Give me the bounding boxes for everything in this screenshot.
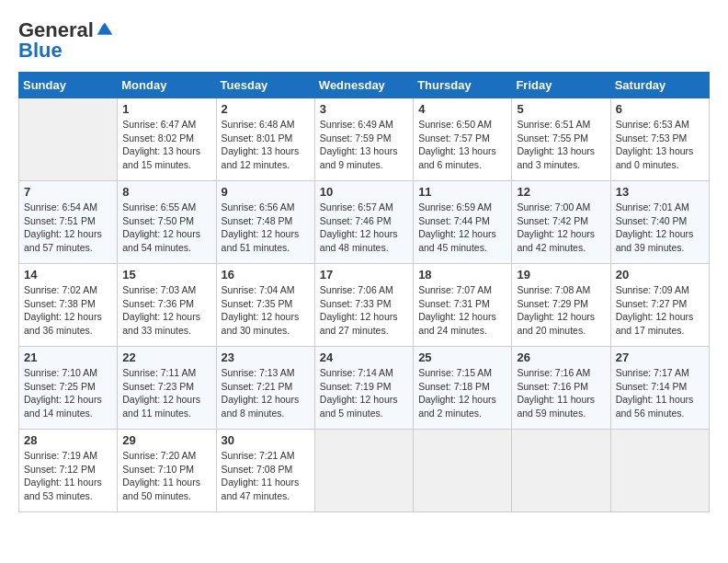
day-number: 23 xyxy=(222,350,310,364)
day-info: Sunrise: 7:02 AMSunset: 7:38 PMDaylight:… xyxy=(24,283,112,338)
day-info: Sunrise: 6:48 AMSunset: 8:01 PMDaylight:… xyxy=(222,118,310,172)
day-info: Sunrise: 7:01 AMSunset: 7:40 PMDaylight:… xyxy=(616,201,704,255)
day-number: 30 xyxy=(222,433,310,447)
day-info: Sunrise: 6:54 AMSunset: 7:51 PMDaylight:… xyxy=(24,201,112,255)
calendar-cell: 11Sunrise: 6:59 AMSunset: 7:44 PMDayligh… xyxy=(414,181,512,264)
day-number: 12 xyxy=(517,185,605,199)
day-number: 10 xyxy=(320,185,408,199)
day-info: Sunrise: 7:20 AMSunset: 7:10 PMDaylight:… xyxy=(122,449,210,503)
day-number: 6 xyxy=(616,102,704,116)
logo-icon xyxy=(96,20,114,39)
calendar-cell: 12Sunrise: 7:00 AMSunset: 7:42 PMDayligh… xyxy=(512,181,610,264)
header-cell-wednesday: Wednesday xyxy=(314,73,413,98)
calendar-cell: 19Sunrise: 7:08 AMSunset: 7:29 PMDayligh… xyxy=(512,264,610,347)
day-info: Sunrise: 7:16 AMSunset: 7:16 PMDaylight:… xyxy=(517,366,605,420)
day-info: Sunrise: 7:14 AMSunset: 7:19 PMDaylight:… xyxy=(320,366,408,420)
day-info: Sunrise: 7:06 AMSunset: 7:33 PMDaylight:… xyxy=(320,283,408,338)
calendar-cell: 6Sunrise: 6:53 AMSunset: 7:53 PMDaylight… xyxy=(610,98,709,181)
calendar-cell: 21Sunrise: 7:10 AMSunset: 7:25 PMDayligh… xyxy=(19,347,118,430)
day-info: Sunrise: 6:50 AMSunset: 7:57 PMDaylight:… xyxy=(418,118,506,172)
calendar-cell: 2Sunrise: 6:48 AMSunset: 8:01 PMDaylight… xyxy=(216,98,314,181)
day-number: 7 xyxy=(24,185,112,199)
day-number: 13 xyxy=(616,185,704,199)
day-info: Sunrise: 7:11 AMSunset: 7:23 PMDaylight:… xyxy=(122,366,210,420)
day-number: 9 xyxy=(222,185,310,199)
day-info: Sunrise: 7:08 AMSunset: 7:29 PMDaylight:… xyxy=(517,283,605,338)
day-info: Sunrise: 7:19 AMSunset: 7:12 PMDaylight:… xyxy=(24,449,112,503)
calendar-cell: 1Sunrise: 6:47 AMSunset: 8:02 PMDaylight… xyxy=(118,98,216,181)
calendar-week-3: 21Sunrise: 7:10 AMSunset: 7:25 PMDayligh… xyxy=(19,347,710,430)
header-row: SundayMondayTuesdayWednesdayThursdayFrid… xyxy=(19,73,710,98)
header-cell-saturday: Saturday xyxy=(610,73,709,98)
day-number: 4 xyxy=(418,102,506,116)
header-cell-thursday: Thursday xyxy=(414,73,512,98)
day-number: 2 xyxy=(222,102,310,116)
calendar-body: 1Sunrise: 6:47 AMSunset: 8:02 PMDaylight… xyxy=(19,98,710,512)
calendar-week-1: 7Sunrise: 6:54 AMSunset: 7:51 PMDaylight… xyxy=(19,181,710,264)
calendar-cell: 4Sunrise: 6:50 AMSunset: 7:57 PMDaylight… xyxy=(414,98,512,181)
calendar-cell: 14Sunrise: 7:02 AMSunset: 7:38 PMDayligh… xyxy=(19,264,118,347)
day-number: 11 xyxy=(418,185,506,199)
day-info: Sunrise: 6:49 AMSunset: 7:59 PMDaylight:… xyxy=(320,118,408,172)
day-info: Sunrise: 7:13 AMSunset: 7:21 PMDaylight:… xyxy=(222,366,310,420)
day-info: Sunrise: 6:56 AMSunset: 7:48 PMDaylight:… xyxy=(222,201,310,255)
day-number: 20 xyxy=(616,268,704,282)
calendar-cell: 5Sunrise: 6:51 AMSunset: 7:55 PMDaylight… xyxy=(512,98,610,181)
day-info: Sunrise: 6:57 AMSunset: 7:46 PMDaylight:… xyxy=(320,201,408,255)
day-info: Sunrise: 7:03 AMSunset: 7:36 PMDaylight:… xyxy=(122,283,210,338)
calendar-cell: 13Sunrise: 7:01 AMSunset: 7:40 PMDayligh… xyxy=(610,181,709,264)
day-number: 24 xyxy=(320,350,408,364)
day-number: 17 xyxy=(320,268,408,282)
day-number: 3 xyxy=(320,102,408,116)
calendar-cell: 16Sunrise: 7:04 AMSunset: 7:35 PMDayligh… xyxy=(216,264,314,347)
calendar-table: SundayMondayTuesdayWednesdayThursdayFrid… xyxy=(18,72,710,512)
day-number: 22 xyxy=(122,350,210,364)
calendar-cell: 15Sunrise: 7:03 AMSunset: 7:36 PMDayligh… xyxy=(118,264,216,347)
calendar-cell: 8Sunrise: 6:55 AMSunset: 7:50 PMDaylight… xyxy=(118,181,216,264)
calendar-cell xyxy=(512,430,610,512)
calendar-cell: 24Sunrise: 7:14 AMSunset: 7:19 PMDayligh… xyxy=(314,347,413,430)
calendar-cell: 9Sunrise: 6:56 AMSunset: 7:48 PMDaylight… xyxy=(216,181,314,264)
day-info: Sunrise: 6:47 AMSunset: 8:02 PMDaylight:… xyxy=(122,118,210,172)
calendar-cell: 25Sunrise: 7:15 AMSunset: 7:18 PMDayligh… xyxy=(414,347,512,430)
day-number: 29 xyxy=(122,433,210,447)
day-info: Sunrise: 7:00 AMSunset: 7:42 PMDaylight:… xyxy=(517,201,605,255)
day-info: Sunrise: 6:59 AMSunset: 7:44 PMDaylight:… xyxy=(418,201,506,255)
calendar-cell: 18Sunrise: 7:07 AMSunset: 7:31 PMDayligh… xyxy=(414,264,512,347)
calendar-cell: 20Sunrise: 7:09 AMSunset: 7:27 PMDayligh… xyxy=(610,264,709,347)
day-number: 1 xyxy=(122,102,210,116)
day-number: 21 xyxy=(24,350,112,364)
calendar-cell: 27Sunrise: 7:17 AMSunset: 7:14 PMDayligh… xyxy=(610,347,709,430)
calendar-cell xyxy=(610,430,709,512)
day-info: Sunrise: 6:55 AMSunset: 7:50 PMDaylight:… xyxy=(122,201,210,255)
day-number: 27 xyxy=(616,350,704,364)
day-number: 19 xyxy=(517,268,605,282)
logo: General Blue xyxy=(18,18,114,63)
day-number: 8 xyxy=(122,185,210,199)
calendar-cell: 17Sunrise: 7:06 AMSunset: 7:33 PMDayligh… xyxy=(314,264,413,347)
day-info: Sunrise: 7:10 AMSunset: 7:25 PMDaylight:… xyxy=(24,366,112,420)
day-number: 16 xyxy=(222,268,310,282)
calendar-cell: 29Sunrise: 7:20 AMSunset: 7:10 PMDayligh… xyxy=(118,430,216,512)
calendar-cell: 28Sunrise: 7:19 AMSunset: 7:12 PMDayligh… xyxy=(19,430,118,512)
calendar-cell: 23Sunrise: 7:13 AMSunset: 7:21 PMDayligh… xyxy=(216,347,314,430)
header-cell-tuesday: Tuesday xyxy=(216,73,314,98)
day-info: Sunrise: 7:17 AMSunset: 7:14 PMDaylight:… xyxy=(616,366,704,420)
day-info: Sunrise: 7:07 AMSunset: 7:31 PMDaylight:… xyxy=(418,283,506,338)
day-number: 18 xyxy=(418,268,506,282)
day-info: Sunrise: 7:04 AMSunset: 7:35 PMDaylight:… xyxy=(222,283,310,338)
calendar-cell: 10Sunrise: 6:57 AMSunset: 7:46 PMDayligh… xyxy=(314,181,413,264)
calendar-cell: 3Sunrise: 6:49 AMSunset: 7:59 PMDaylight… xyxy=(314,98,413,181)
calendar-cell xyxy=(314,430,413,512)
day-number: 26 xyxy=(517,350,605,364)
day-info: Sunrise: 6:53 AMSunset: 7:53 PMDaylight:… xyxy=(616,118,704,172)
logo-blue-text: Blue xyxy=(18,39,63,63)
header-cell-sunday: Sunday xyxy=(19,73,118,98)
day-info: Sunrise: 7:21 AMSunset: 7:08 PMDaylight:… xyxy=(222,449,310,503)
day-info: Sunrise: 7:15 AMSunset: 7:18 PMDaylight:… xyxy=(418,366,506,420)
day-number: 25 xyxy=(418,350,506,364)
calendar-cell: 7Sunrise: 6:54 AMSunset: 7:51 PMDaylight… xyxy=(19,181,118,264)
day-info: Sunrise: 6:51 AMSunset: 7:55 PMDaylight:… xyxy=(517,118,605,172)
header-cell-monday: Monday xyxy=(118,73,216,98)
calendar-cell: 22Sunrise: 7:11 AMSunset: 7:23 PMDayligh… xyxy=(118,347,216,430)
